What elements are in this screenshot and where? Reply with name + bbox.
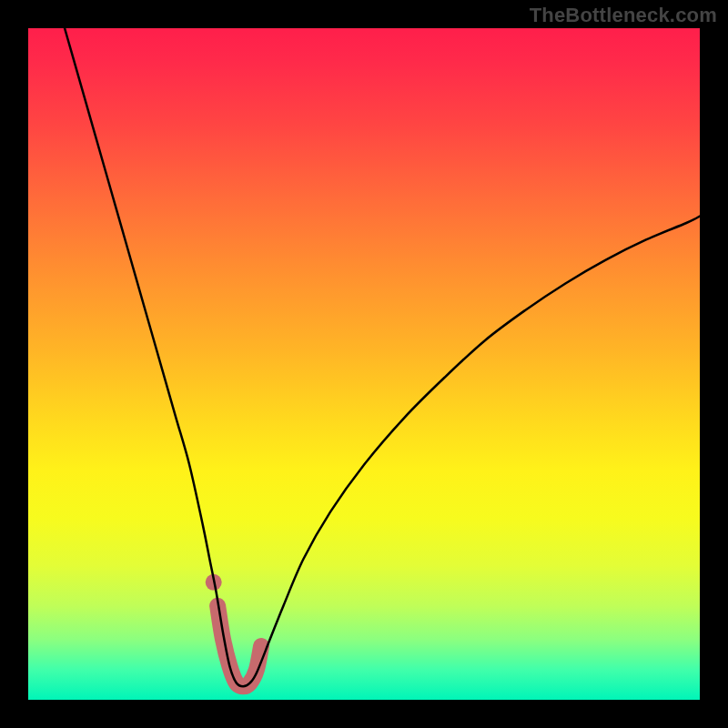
chart-frame: TheBottleneck.com	[0, 0, 728, 728]
gradient-background	[28, 28, 700, 700]
bottleneck-chart	[28, 28, 700, 700]
watermark-text: TheBottleneck.com	[530, 4, 717, 27]
plot-area	[28, 28, 700, 700]
